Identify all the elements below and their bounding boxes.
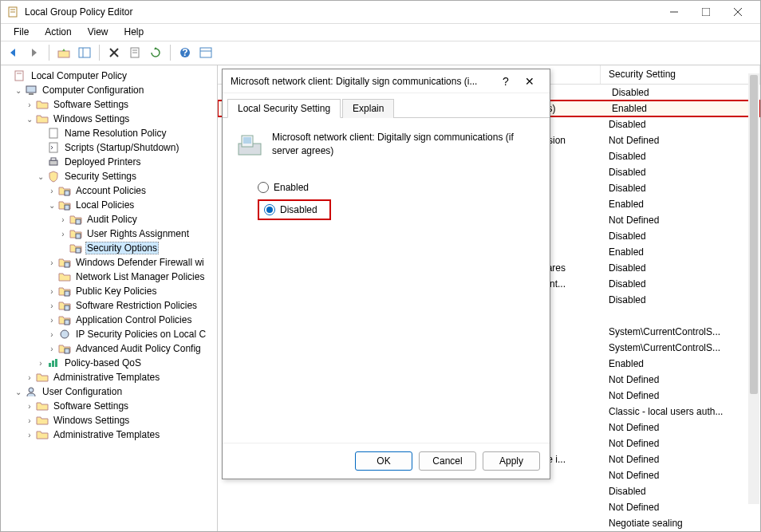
expander-icon[interactable]: › — [25, 100, 34, 109]
setting-cell: Not Defined — [601, 502, 667, 513]
setting-cell: Disabled — [601, 167, 654, 178]
menu-file[interactable]: File — [6, 25, 37, 39]
app-icon — [7, 6, 20, 18]
expander-icon[interactable]: › — [58, 215, 68, 224]
expander-icon[interactable]: › — [25, 431, 34, 439]
setting-cell: Not Defined — [601, 438, 667, 449]
toolbar-separator — [170, 45, 171, 61]
radio-group: Enabled Disabled — [258, 179, 537, 220]
dialog-close-button[interactable]: ✕ — [518, 75, 542, 88]
tree-node[interactable]: ⌄Security Settings — [2, 169, 215, 183]
help-button[interactable]: ? — [175, 43, 195, 62]
svg-rect-21 — [26, 86, 36, 93]
tab-local-security-setting[interactable]: Local Security Setting — [227, 99, 341, 118]
expander-icon[interactable]: ⌄ — [36, 172, 45, 181]
expander-icon[interactable]: › — [25, 416, 34, 425]
svg-rect-37 — [65, 349, 69, 353]
list-row[interactable]: Negotiate sealing — [218, 515, 760, 531]
expander-icon[interactable]: ⌄ — [14, 86, 23, 95]
tree-node[interactable]: Deployed Printers — [2, 155, 215, 169]
svg-rect-27 — [65, 191, 69, 195]
list-row[interactable]: Not Defined — [218, 499, 760, 515]
tree-node[interactable]: ›Application Control Policies — [2, 313, 215, 327]
setting-cell: Disabled — [601, 278, 654, 290]
tree-node[interactable]: ›Windows Defender Firewall wi — [2, 255, 215, 270]
setting-cell: System\CurrentControlS... — [601, 342, 728, 353]
up-button[interactable] — [54, 43, 73, 62]
setting-cell: Enabled — [604, 103, 655, 114]
tree-node[interactable]: ›User Rights Assignment — [2, 227, 215, 241]
tree-node[interactable]: ›Software Restriction Policies — [2, 298, 215, 313]
cancel-button[interactable]: Cancel — [419, 451, 476, 471]
expander-icon[interactable]: › — [47, 316, 57, 325]
qos-icon — [47, 357, 60, 369]
column-header-setting[interactable]: Security Setting — [601, 65, 760, 84]
tab-explain[interactable]: Explain — [342, 99, 394, 118]
refresh-button[interactable] — [146, 43, 165, 62]
tree-node[interactable]: Network List Manager Policies — [2, 270, 215, 284]
tree-node[interactable]: ›Software Settings — [2, 399, 215, 413]
menu-help[interactable]: Help — [116, 25, 152, 39]
tree-node[interactable]: ›Software Settings — [2, 97, 215, 112]
tree-node[interactable]: ›Policy-based QoS — [2, 356, 215, 370]
expander-icon[interactable]: › — [47, 330, 57, 339]
expander-icon[interactable]: › — [47, 287, 57, 296]
expander-icon[interactable]: › — [36, 359, 45, 368]
tree-node[interactable]: ⌄User Configuration — [2, 384, 215, 399]
show-hide-tree-button[interactable] — [75, 43, 94, 62]
expander-icon[interactable]: › — [47, 301, 57, 310]
expander-icon[interactable]: ⌄ — [47, 201, 57, 210]
expander-icon[interactable]: › — [25, 402, 34, 411]
radio-enabled-input[interactable] — [258, 182, 269, 193]
maximize-button[interactable] — [690, 1, 722, 23]
apply-button[interactable]: Apply — [483, 451, 540, 471]
menu-action[interactable]: Action — [37, 25, 79, 39]
minimize-button[interactable] — [658, 1, 690, 23]
expander-icon[interactable]: › — [58, 230, 68, 238]
tree-node[interactable]: ›Account Policies — [2, 183, 215, 198]
folderb-icon — [58, 285, 71, 298]
dialog-help-button[interactable]: ? — [494, 75, 518, 88]
tree-node[interactable]: ›IP Security Policies on Local C — [2, 327, 215, 341]
tree-node[interactable]: ⌄Local Policies — [2, 198, 215, 212]
forward-button[interactable] — [25, 43, 44, 62]
tree-node[interactable]: ›Administrative Templates — [2, 428, 215, 442]
ok-button[interactable]: OK — [355, 451, 412, 471]
tree-node[interactable]: ›Audit Policy — [2, 212, 215, 227]
expander-icon[interactable]: ⌄ — [14, 388, 23, 396]
policy-description-row: Microsoft network client: Digitally sign… — [235, 131, 537, 160]
expander-icon[interactable]: ⌄ — [25, 115, 34, 124]
tree-node[interactable]: Name Resolution Policy — [2, 126, 215, 140]
svg-point-41 — [29, 388, 34, 392]
scrollbar-track[interactable] — [748, 73, 759, 504]
tree-node[interactable]: Scripts (Startup/Shutdown) — [2, 140, 215, 155]
radio-disabled-input[interactable] — [264, 204, 275, 215]
tree-node[interactable]: Local Computer Policy — [2, 69, 215, 83]
tree-node[interactable]: ›Administrative Templates — [2, 370, 215, 384]
expander-icon[interactable]: › — [47, 258, 57, 267]
setting-cell: Not Defined — [601, 390, 667, 401]
list-row[interactable]: Disabled — [218, 483, 760, 499]
svg-rect-24 — [49, 143, 57, 152]
tree-node[interactable]: ›Public Key Policies — [2, 284, 215, 298]
tree-node[interactable]: ›Windows Settings — [2, 413, 215, 428]
radio-disabled[interactable]: Disabled — [258, 199, 331, 220]
scrollbar-thumb[interactable] — [750, 75, 758, 394]
close-button[interactable] — [722, 1, 754, 23]
filter-button[interactable] — [196, 43, 215, 62]
radio-enabled[interactable]: Enabled — [258, 179, 537, 196]
delete-button[interactable] — [104, 43, 124, 62]
properties-button[interactable] — [125, 43, 144, 62]
expander-icon[interactable]: › — [47, 345, 57, 353]
tree-node-label: Security Options — [85, 242, 159, 254]
back-button[interactable] — [4, 43, 23, 62]
expander-icon[interactable]: › — [25, 373, 34, 382]
tree-node[interactable]: ⌄Computer Configuration — [2, 83, 215, 97]
tree-node-label: Local Policies — [74, 199, 136, 211]
tree-node[interactable]: Security Options — [2, 241, 215, 255]
menu-view[interactable]: View — [80, 25, 116, 39]
tree-node[interactable]: ›Advanced Audit Policy Config — [2, 341, 215, 356]
setting-cell: Disabled — [601, 231, 654, 242]
tree-node[interactable]: ⌄Windows Settings — [2, 112, 215, 126]
expander-icon[interactable]: › — [47, 187, 57, 195]
